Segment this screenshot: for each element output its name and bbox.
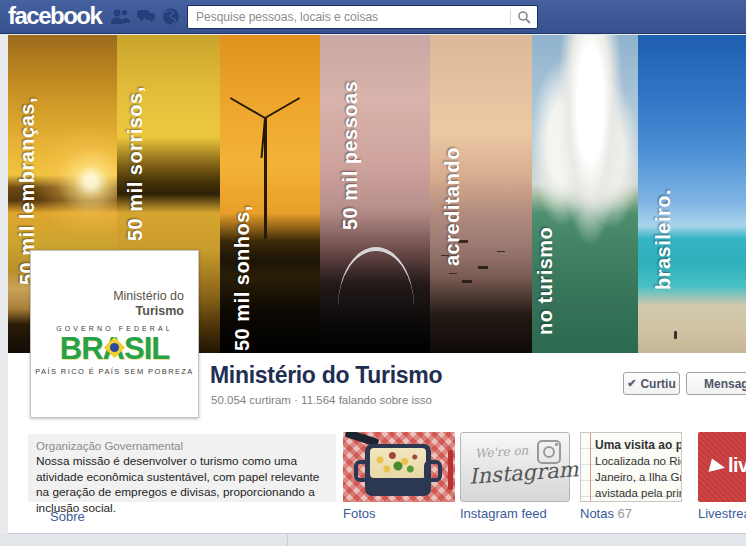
messages-icon[interactable]: [136, 8, 156, 25]
tab-notas-preview[interactable]: Uma visita ao par Localizada no Rio de J…: [580, 432, 682, 502]
mission-text: Nossa missão é desenvolver o turismo com…: [36, 454, 328, 516]
brasil-tagline-text: PAÍS RICO É PAÍS SEM POBREZA: [31, 367, 198, 376]
tab-instagram-preview[interactable]: We're on Instagram: [460, 432, 570, 502]
red-utensil: [448, 450, 453, 490]
message-button-label: Mensagem: [704, 377, 746, 391]
timeline-divider: [287, 534, 288, 546]
beach-walker: [674, 331, 677, 339]
cover-text-brasileiro: brasileiro.: [648, 125, 678, 290]
notifications-globe-icon[interactable]: [161, 8, 181, 25]
page-like-stats: 50.054 curtiram · 11.564 falando sobre i…: [211, 394, 432, 406]
food-pot: [365, 444, 431, 496]
profile-picture[interactable]: Ministério do Turismo GOVERNO FEDERAL BR…: [30, 250, 199, 418]
notas-count: 67: [618, 506, 632, 521]
tab-label-notas[interactable]: Notas 67: [580, 506, 632, 521]
note-title: Uma visita ao par: [595, 437, 677, 453]
cover-text-no-turismo: no turismo: [530, 205, 560, 335]
tab-fotos-preview[interactable]: [343, 432, 455, 502]
corn-dish: [370, 448, 426, 478]
instagram-were-on-text: We're on: [475, 443, 529, 461]
tab-label-livestream[interactable]: Livestream: [698, 506, 746, 521]
search-magnifier-icon[interactable]: [511, 7, 537, 27]
search-input[interactable]: [188, 10, 510, 24]
timeline-background-band: [0, 534, 746, 546]
livestream-logo-text: live: [728, 454, 746, 477]
facebook-top-bar: facebook: [0, 0, 746, 34]
liked-button[interactable]: ✔ Curtiu: [623, 372, 680, 395]
check-icon: ✔: [627, 377, 636, 390]
message-button[interactable]: Mensagem: [686, 372, 746, 395]
cover-text-sonhos: 50 mil sonhos,: [227, 175, 257, 351]
page-title: Ministério do Turismo: [210, 362, 442, 389]
tab-label-instagram-feed[interactable]: Instagram feed: [460, 506, 547, 521]
about-link[interactable]: Sobre: [50, 509, 85, 524]
cover-text-acreditando: acreditando: [437, 125, 467, 266]
search-box: [187, 5, 538, 29]
cover-text-pessoas: 50 mil pessoas: [335, 48, 365, 230]
note-line: Localizada no Rio de: [595, 453, 677, 469]
about-box: Organização Governamental Nossa missão é…: [28, 434, 336, 502]
ministry-logo-text: Ministério do Turismo: [113, 289, 184, 319]
cover-text-lembrancas: 50 mil lembranças,: [12, 45, 42, 285]
tab-livestream-preview[interactable]: live: [698, 432, 746, 502]
liked-button-label: Curtiu: [640, 377, 675, 391]
cover-text-sorrisos: 50 mil sorrisos,: [120, 45, 150, 241]
tab-label-fotos[interactable]: Fotos: [343, 506, 376, 521]
facebook-logo[interactable]: facebook: [8, 2, 101, 30]
note-line: avistada pela primeir: [595, 485, 677, 501]
instagram-camera-icon: [537, 440, 561, 464]
instagram-script-text: Instagram: [468, 457, 579, 489]
page-category: Organização Governamental: [36, 439, 328, 454]
note-line: Janeiro, a Ilha Grand: [595, 469, 677, 485]
livestream-leaf-icon: [709, 458, 727, 475]
friend-requests-icon[interactable]: [110, 8, 130, 25]
